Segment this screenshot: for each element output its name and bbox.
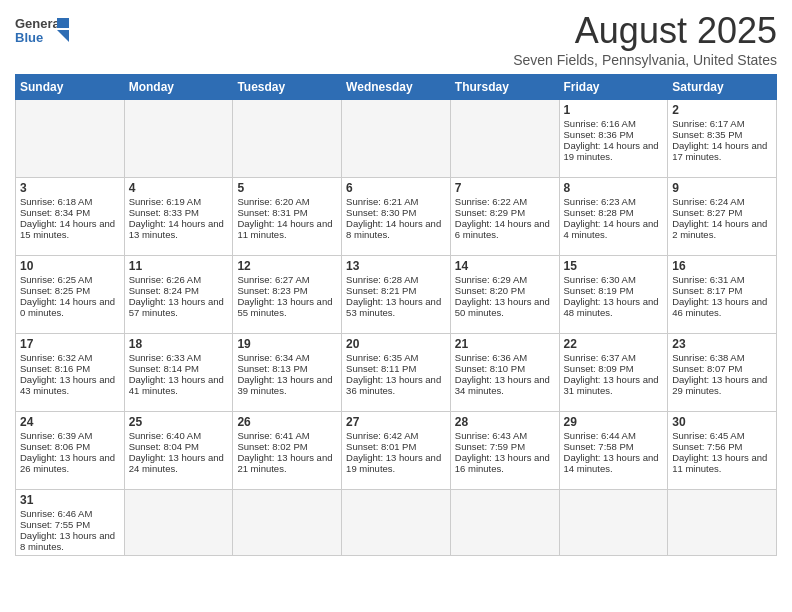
day-number: 25 (129, 415, 229, 429)
cell-content-line: Sunrise: 6:20 AM (237, 196, 337, 207)
calendar-cell (233, 490, 342, 556)
day-number: 22 (564, 337, 664, 351)
day-number: 27 (346, 415, 446, 429)
svg-marker-3 (57, 30, 69, 42)
logo-graphic: GeneralBlue (15, 14, 70, 46)
cell-content-line: Sunset: 8:10 PM (455, 363, 555, 374)
cell-content-line: Sunrise: 6:39 AM (20, 430, 120, 441)
cell-content-line: Sunrise: 6:30 AM (564, 274, 664, 285)
cell-content-line: Daylight: 13 hours and 50 minutes. (455, 296, 555, 318)
title-area: August 2025 Seven Fields, Pennsylvania, … (513, 10, 777, 68)
calendar-week-row: 31Sunrise: 6:46 AMSunset: 7:55 PMDayligh… (16, 490, 777, 556)
month-year-title: August 2025 (513, 10, 777, 52)
calendar-week-row: 1Sunrise: 6:16 AMSunset: 8:36 PMDaylight… (16, 100, 777, 178)
cell-content-line: Sunrise: 6:25 AM (20, 274, 120, 285)
day-number: 7 (455, 181, 555, 195)
cell-content-line: Sunrise: 6:29 AM (455, 274, 555, 285)
day-number: 6 (346, 181, 446, 195)
day-number: 29 (564, 415, 664, 429)
cell-content-line: Sunset: 8:23 PM (237, 285, 337, 296)
cell-content-line: Daylight: 13 hours and 29 minutes. (672, 374, 772, 396)
day-number: 24 (20, 415, 120, 429)
cell-content-line: Sunrise: 6:33 AM (129, 352, 229, 363)
location-subtitle: Seven Fields, Pennsylvania, United State… (513, 52, 777, 68)
calendar-cell: 20Sunrise: 6:35 AMSunset: 8:11 PMDayligh… (342, 334, 451, 412)
calendar-cell: 12Sunrise: 6:27 AMSunset: 8:23 PMDayligh… (233, 256, 342, 334)
calendar-cell: 24Sunrise: 6:39 AMSunset: 8:06 PMDayligh… (16, 412, 125, 490)
col-friday: Friday (559, 75, 668, 100)
cell-content-line: Sunset: 8:19 PM (564, 285, 664, 296)
cell-content-line: Sunset: 7:56 PM (672, 441, 772, 452)
cell-content-line: Sunrise: 6:28 AM (346, 274, 446, 285)
cell-content-line: Daylight: 14 hours and 13 minutes. (129, 218, 229, 240)
calendar-header: Sunday Monday Tuesday Wednesday Thursday… (16, 75, 777, 100)
day-number: 30 (672, 415, 772, 429)
cell-content-line: Daylight: 14 hours and 15 minutes. (20, 218, 120, 240)
calendar-cell: 18Sunrise: 6:33 AMSunset: 8:14 PMDayligh… (124, 334, 233, 412)
header: GeneralBlue August 2025 Seven Fields, Pe… (15, 10, 777, 68)
cell-content-line: Sunrise: 6:18 AM (20, 196, 120, 207)
cell-content-line: Sunrise: 6:21 AM (346, 196, 446, 207)
calendar-cell: 15Sunrise: 6:30 AMSunset: 8:19 PMDayligh… (559, 256, 668, 334)
calendar-table: Sunday Monday Tuesday Wednesday Thursday… (15, 74, 777, 556)
cell-content-line: Sunrise: 6:46 AM (20, 508, 120, 519)
cell-content-line: Sunrise: 6:32 AM (20, 352, 120, 363)
svg-text:Blue: Blue (15, 30, 43, 45)
day-number: 5 (237, 181, 337, 195)
cell-content-line: Sunrise: 6:34 AM (237, 352, 337, 363)
calendar-cell: 26Sunrise: 6:41 AMSunset: 8:02 PMDayligh… (233, 412, 342, 490)
calendar-cell: 7Sunrise: 6:22 AMSunset: 8:29 PMDaylight… (450, 178, 559, 256)
day-number: 4 (129, 181, 229, 195)
calendar-cell: 22Sunrise: 6:37 AMSunset: 8:09 PMDayligh… (559, 334, 668, 412)
cell-content-line: Sunset: 8:16 PM (20, 363, 120, 374)
cell-content-line: Sunrise: 6:43 AM (455, 430, 555, 441)
cell-content-line: Daylight: 14 hours and 19 minutes. (564, 140, 664, 162)
cell-content-line: Daylight: 13 hours and 24 minutes. (129, 452, 229, 474)
cell-content-line: Daylight: 13 hours and 43 minutes. (20, 374, 120, 396)
cell-content-line: Sunset: 8:36 PM (564, 129, 664, 140)
day-number: 8 (564, 181, 664, 195)
day-number: 20 (346, 337, 446, 351)
day-number: 18 (129, 337, 229, 351)
calendar-cell: 16Sunrise: 6:31 AMSunset: 8:17 PMDayligh… (668, 256, 777, 334)
calendar-cell (342, 100, 451, 178)
day-number: 9 (672, 181, 772, 195)
cell-content-line: Sunset: 8:13 PM (237, 363, 337, 374)
calendar-cell (450, 490, 559, 556)
cell-content-line: Sunset: 8:06 PM (20, 441, 120, 452)
day-number: 14 (455, 259, 555, 273)
svg-text:General: General (15, 16, 63, 31)
calendar-week-row: 10Sunrise: 6:25 AMSunset: 8:25 PMDayligh… (16, 256, 777, 334)
calendar-cell (342, 490, 451, 556)
cell-content-line: Sunset: 8:14 PM (129, 363, 229, 374)
cell-content-line: Sunset: 8:02 PM (237, 441, 337, 452)
cell-content-line: Sunrise: 6:42 AM (346, 430, 446, 441)
cell-content-line: Sunset: 8:20 PM (455, 285, 555, 296)
calendar-cell (233, 100, 342, 178)
cell-content-line: Sunset: 8:25 PM (20, 285, 120, 296)
day-number: 28 (455, 415, 555, 429)
cell-content-line: Sunset: 8:35 PM (672, 129, 772, 140)
day-number: 13 (346, 259, 446, 273)
cell-content-line: Daylight: 13 hours and 57 minutes. (129, 296, 229, 318)
cell-content-line: Sunset: 8:04 PM (129, 441, 229, 452)
calendar-cell: 19Sunrise: 6:34 AMSunset: 8:13 PMDayligh… (233, 334, 342, 412)
cell-content-line: Sunrise: 6:44 AM (564, 430, 664, 441)
day-number: 10 (20, 259, 120, 273)
cell-content-line: Daylight: 13 hours and 14 minutes. (564, 452, 664, 474)
cell-content-line: Daylight: 13 hours and 41 minutes. (129, 374, 229, 396)
cell-content-line: Sunset: 8:33 PM (129, 207, 229, 218)
col-sunday: Sunday (16, 75, 125, 100)
cell-content-line: Daylight: 14 hours and 4 minutes. (564, 218, 664, 240)
cell-content-line: Sunset: 8:17 PM (672, 285, 772, 296)
cell-content-line: Daylight: 13 hours and 48 minutes. (564, 296, 664, 318)
logo: GeneralBlue (15, 14, 70, 46)
calendar-cell (124, 490, 233, 556)
calendar-cell: 2Sunrise: 6:17 AMSunset: 8:35 PMDaylight… (668, 100, 777, 178)
cell-content-line: Sunrise: 6:27 AM (237, 274, 337, 285)
cell-content-line: Sunset: 8:07 PM (672, 363, 772, 374)
day-number: 15 (564, 259, 664, 273)
calendar-cell (559, 490, 668, 556)
cell-content-line: Daylight: 13 hours and 11 minutes. (672, 452, 772, 474)
calendar-cell: 5Sunrise: 6:20 AMSunset: 8:31 PMDaylight… (233, 178, 342, 256)
